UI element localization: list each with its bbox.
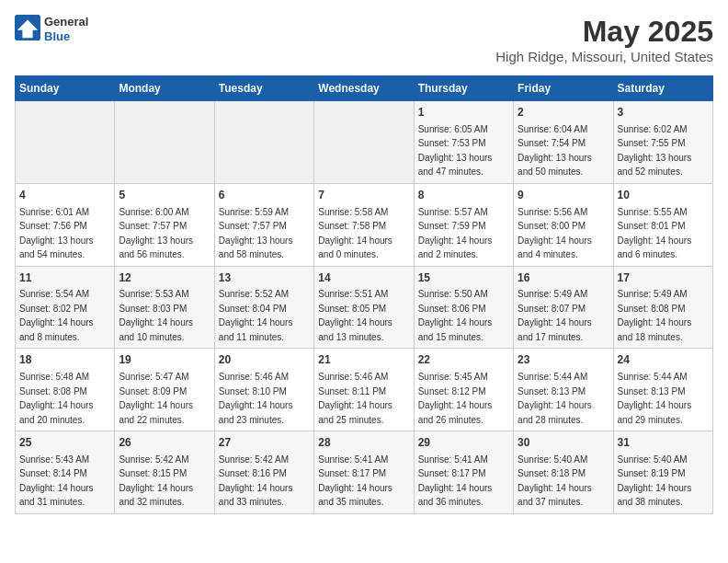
- calendar-header: SundayMondayTuesdayWednesdayThursdayFrid…: [16, 76, 713, 101]
- calendar-cell: 22Sunrise: 5:45 AM Sunset: 8:12 PM Dayli…: [414, 349, 513, 431]
- day-number: 26: [119, 435, 210, 451]
- day-number: 4: [19, 188, 110, 203]
- weekday-header: Sunday: [16, 76, 115, 101]
- calendar-cell: 8Sunrise: 5:57 AM Sunset: 7:59 PM Daylig…: [414, 183, 513, 266]
- calendar-cell: 9Sunrise: 5:56 AM Sunset: 8:00 PM Daylig…: [514, 183, 613, 266]
- day-number: 27: [219, 435, 310, 451]
- calendar-cell: 10Sunrise: 5:55 AM Sunset: 8:01 PM Dayli…: [613, 183, 712, 266]
- day-info: Sunrise: 5:44 AM Sunset: 8:13 PM Dayligh…: [618, 372, 692, 425]
- logo-blue-text: Blue: [44, 29, 88, 44]
- calendar-week-row: 11Sunrise: 5:54 AM Sunset: 8:02 PM Dayli…: [16, 266, 713, 349]
- day-info: Sunrise: 5:40 AM Sunset: 8:18 PM Dayligh…: [518, 454, 592, 508]
- day-info: Sunrise: 5:42 AM Sunset: 8:15 PM Dayligh…: [119, 454, 193, 508]
- day-number: 1: [418, 105, 509, 121]
- calendar-cell: 24Sunrise: 5:44 AM Sunset: 8:13 PM Dayli…: [613, 349, 712, 431]
- day-info: Sunrise: 5:44 AM Sunset: 8:13 PM Dayligh…: [518, 372, 592, 425]
- weekday-header: Friday: [514, 76, 613, 101]
- calendar-cell: [214, 101, 313, 184]
- calendar-cell: 19Sunrise: 5:47 AM Sunset: 8:09 PM Dayli…: [115, 349, 214, 431]
- day-info: Sunrise: 6:01 AM Sunset: 7:56 PM Dayligh…: [19, 207, 94, 260]
- title-area: May 2025 High Ridge, Missouri, United St…: [495, 15, 713, 64]
- calendar-cell: 23Sunrise: 5:44 AM Sunset: 8:13 PM Dayli…: [514, 349, 613, 431]
- page-subtitle: High Ridge, Missouri, United States: [495, 49, 713, 64]
- calendar-cell: 20Sunrise: 5:46 AM Sunset: 8:10 PM Dayli…: [214, 349, 313, 431]
- calendar-cell: [16, 101, 115, 184]
- day-info: Sunrise: 6:00 AM Sunset: 7:57 PM Dayligh…: [119, 207, 193, 260]
- calendar-cell: [115, 101, 214, 184]
- weekday-header: Saturday: [613, 76, 712, 101]
- day-info: Sunrise: 5:42 AM Sunset: 8:16 PM Dayligh…: [219, 454, 293, 508]
- day-info: Sunrise: 5:52 AM Sunset: 8:04 PM Dayligh…: [219, 289, 293, 342]
- day-number: 25: [19, 435, 110, 451]
- day-number: 24: [618, 352, 709, 368]
- day-number: 3: [618, 105, 709, 121]
- day-number: 21: [318, 352, 409, 368]
- day-info: Sunrise: 5:43 AM Sunset: 8:14 PM Dayligh…: [19, 454, 94, 508]
- calendar-cell: 14Sunrise: 5:51 AM Sunset: 8:05 PM Dayli…: [314, 266, 414, 349]
- calendar-cell: 2Sunrise: 6:04 AM Sunset: 7:54 PM Daylig…: [514, 101, 613, 184]
- calendar-cell: 3Sunrise: 6:02 AM Sunset: 7:55 PM Daylig…: [613, 101, 712, 184]
- weekday-header: Wednesday: [314, 76, 414, 101]
- day-number: 15: [418, 270, 509, 286]
- day-info: Sunrise: 5:54 AM Sunset: 8:02 PM Dayligh…: [19, 289, 94, 342]
- weekday-header: Monday: [115, 76, 214, 101]
- logo-general-text: General: [44, 15, 88, 29]
- day-number: 6: [219, 188, 310, 203]
- day-info: Sunrise: 5:56 AM Sunset: 8:00 PM Dayligh…: [518, 207, 592, 260]
- calendar-week-row: 18Sunrise: 5:48 AM Sunset: 8:08 PM Dayli…: [16, 349, 713, 431]
- calendar-body: 1Sunrise: 6:05 AM Sunset: 7:53 PM Daylig…: [16, 101, 713, 514]
- day-number: 9: [518, 188, 609, 203]
- day-number: 18: [19, 352, 110, 368]
- day-number: 31: [618, 435, 709, 451]
- day-info: Sunrise: 5:53 AM Sunset: 8:03 PM Dayligh…: [119, 289, 193, 342]
- day-info: Sunrise: 5:46 AM Sunset: 8:10 PM Dayligh…: [219, 372, 293, 425]
- day-info: Sunrise: 5:51 AM Sunset: 8:05 PM Dayligh…: [318, 289, 392, 342]
- day-info: Sunrise: 6:04 AM Sunset: 7:54 PM Dayligh…: [518, 124, 592, 178]
- calendar-cell: 28Sunrise: 5:41 AM Sunset: 8:17 PM Dayli…: [314, 431, 414, 514]
- calendar-cell: 11Sunrise: 5:54 AM Sunset: 8:02 PM Dayli…: [16, 266, 115, 349]
- page-title: May 2025: [495, 15, 713, 49]
- calendar-cell: 18Sunrise: 5:48 AM Sunset: 8:08 PM Dayli…: [16, 349, 115, 431]
- calendar-cell: 31Sunrise: 5:40 AM Sunset: 8:19 PM Dayli…: [613, 431, 712, 514]
- page-header: General Blue May 2025 High Ridge, Missou…: [15, 15, 713, 64]
- calendar-cell: 5Sunrise: 6:00 AM Sunset: 7:57 PM Daylig…: [115, 183, 214, 266]
- calendar-cell: 16Sunrise: 5:49 AM Sunset: 8:07 PM Dayli…: [514, 266, 613, 349]
- day-number: 7: [318, 188, 409, 203]
- calendar-table: SundayMondayTuesdayWednesdayThursdayFrid…: [15, 75, 713, 514]
- day-number: 19: [119, 352, 210, 368]
- day-info: Sunrise: 5:40 AM Sunset: 8:19 PM Dayligh…: [618, 454, 692, 508]
- day-info: Sunrise: 5:50 AM Sunset: 8:06 PM Dayligh…: [418, 289, 493, 342]
- day-info: Sunrise: 5:55 AM Sunset: 8:01 PM Dayligh…: [618, 207, 692, 260]
- day-number: 12: [119, 270, 210, 286]
- calendar-cell: 4Sunrise: 6:01 AM Sunset: 7:56 PM Daylig…: [16, 183, 115, 266]
- calendar-week-row: 4Sunrise: 6:01 AM Sunset: 7:56 PM Daylig…: [16, 183, 713, 266]
- day-number: 11: [19, 270, 110, 286]
- day-number: 23: [518, 352, 609, 368]
- day-info: Sunrise: 5:48 AM Sunset: 8:08 PM Dayligh…: [19, 372, 94, 425]
- logo: General Blue: [15, 15, 88, 43]
- calendar-cell: 15Sunrise: 5:50 AM Sunset: 8:06 PM Dayli…: [414, 266, 513, 349]
- day-number: 30: [518, 435, 609, 451]
- weekday-header: Tuesday: [214, 76, 313, 101]
- calendar-cell: 12Sunrise: 5:53 AM Sunset: 8:03 PM Dayli…: [115, 266, 214, 349]
- day-info: Sunrise: 5:45 AM Sunset: 8:12 PM Dayligh…: [418, 372, 493, 425]
- day-number: 13: [219, 270, 310, 286]
- calendar-cell: 13Sunrise: 5:52 AM Sunset: 8:04 PM Dayli…: [214, 266, 313, 349]
- calendar-cell: 26Sunrise: 5:42 AM Sunset: 8:15 PM Dayli…: [115, 431, 214, 514]
- day-number: 20: [219, 352, 310, 368]
- day-number: 5: [119, 188, 210, 203]
- day-info: Sunrise: 5:57 AM Sunset: 7:59 PM Dayligh…: [418, 207, 493, 260]
- day-number: 22: [418, 352, 509, 368]
- calendar-cell: 17Sunrise: 5:49 AM Sunset: 8:08 PM Dayli…: [613, 266, 712, 349]
- calendar-cell: 29Sunrise: 5:41 AM Sunset: 8:17 PM Dayli…: [414, 431, 513, 514]
- day-info: Sunrise: 5:59 AM Sunset: 7:57 PM Dayligh…: [219, 207, 293, 260]
- day-number: 29: [418, 435, 509, 451]
- day-info: Sunrise: 6:02 AM Sunset: 7:55 PM Dayligh…: [618, 124, 692, 178]
- weekday-header: Thursday: [414, 76, 513, 101]
- day-number: 16: [518, 270, 609, 286]
- calendar-cell: 25Sunrise: 5:43 AM Sunset: 8:14 PM Dayli…: [16, 431, 115, 514]
- calendar-cell: 7Sunrise: 5:58 AM Sunset: 7:58 PM Daylig…: [314, 183, 414, 266]
- calendar-week-row: 1Sunrise: 6:05 AM Sunset: 7:53 PM Daylig…: [16, 101, 713, 184]
- calendar-cell: 21Sunrise: 5:46 AM Sunset: 8:11 PM Dayli…: [314, 349, 414, 431]
- day-number: 8: [418, 188, 509, 203]
